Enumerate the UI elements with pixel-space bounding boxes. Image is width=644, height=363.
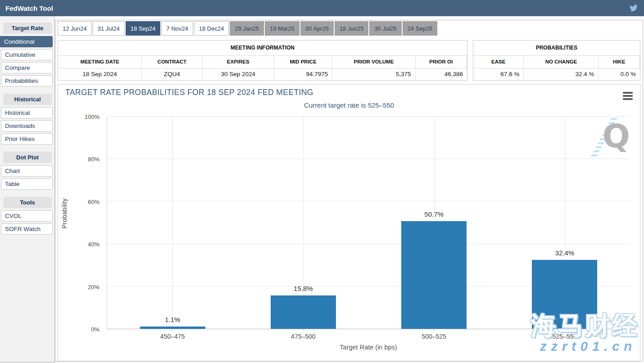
sidebar-item-downloads[interactable]: Downloads [1,120,53,132]
tab-29-jan25[interactable]: 29 Jan25 [230,21,264,36]
x-tick-label-500-525: 500–525 [369,333,499,340]
tab-7-nov24[interactable]: 7 Nov24 [161,21,193,36]
y-tick-label-80: 80% [88,156,100,163]
sidebar: Target RateConditionalCumulativeCompareP… [0,16,55,362]
y-tick-label-0: 0% [91,326,100,333]
x-tick-label-475-500: 475–500 [238,333,368,340]
category-slot-525-550: 32.4%525–550 [499,117,630,329]
sidebar-item-compare[interactable]: Compare [1,62,53,73]
sidebar-section-title-tools: Tools [3,197,52,208]
meeting-value-contract: ZQU4 [142,68,202,80]
x-tick-label-450-475: 450–475 [107,333,238,340]
tab-18-dec24[interactable]: 18 Dec24 [194,21,229,36]
y-tick-label-20: 20% [88,283,100,290]
prob-value-ease: 67.6 % [473,68,524,80]
x-tick-475-500 [303,329,304,331]
bar-value-label-450-475: 1.1% [107,316,238,323]
prob-header-hike: HIKE [599,56,640,68]
category-slot-475-500: 15.8%475–500 [238,117,368,329]
meeting-date-tabs: 12 Jun2431 Jul2418 Sep247 Nov2418 Dec242… [55,20,643,37]
sidebar-item-probabilities[interactable]: Probabilities [1,75,53,86]
gridline-x-450-475 [172,117,173,329]
y-tick-label-40: 40% [88,241,100,248]
chart-menu-icon[interactable] [623,92,633,100]
bar-value-label-500-525: 50.7% [369,210,499,218]
y-axis-tick-labels: 0%20%40%60%80%100% [58,117,103,329]
sidebar-item-sofr-watch[interactable]: SOFR Watch [1,223,53,235]
chart-subtitle: Current target rate is 525–550 [58,101,640,109]
meeting-header-prior-volume: PRIOR VOLUME [332,56,415,68]
x-tick-450-475 [172,329,173,331]
bar-475-500[interactable] [271,295,336,329]
sidebar-item-historical[interactable]: Historical [1,107,53,118]
probabilities-title: PROBABILITIES [473,41,640,56]
meeting-header-contract: CONTRACT [142,56,202,68]
tab-19-mar25[interactable]: 19 Mar25 [265,21,299,36]
tab-31-jul24[interactable]: 31 Jul24 [93,21,125,36]
chart-title: TARGET RATE PROBABILITIES FOR 18 SEP 202… [65,88,313,97]
plot-area: 1.1%450–47515.8%475–50050.7%500–52532.4%… [107,117,630,329]
bar-value-label-525-550: 32.4% [499,249,630,257]
meeting-header-prior-oi: PRIOR OI [416,56,467,68]
watermark-site-name: 海马财经 [531,309,639,343]
sidebar-section-title-historical: Historical [3,94,52,105]
sidebar-item-table[interactable]: Table [1,178,53,190]
watermark-site-url: zzrt01.cn [540,339,636,354]
meeting-header-mid-price: MID PRICE [274,56,332,68]
category-slot-450-475: 1.1%450–475 [107,117,238,329]
prob-header-ease: EASE [473,56,524,68]
sidebar-item-cumulative[interactable]: Cumulative [1,49,53,60]
tab-30-apr25[interactable]: 30 Apr25 [300,21,334,36]
summary-tables: MEETING INFORMATION MEETING DATECONTRACT… [58,40,640,81]
content-panel: 12 Jun2431 Jul2418 Sep247 Nov2418 Dec242… [55,20,643,362]
tab-12-jun24[interactable]: 12 Jun24 [58,21,92,36]
tab-18-jun25[interactable]: 18 Jun25 [335,21,369,36]
meeting-value-expires: 30 Sep 2024 [203,68,274,80]
x-tick-500-525 [434,329,435,331]
meeting-value-mid-price: 94.7975 [274,68,332,80]
bar-500-525[interactable] [401,221,467,329]
sidebar-section-title-dot-plot: Dot Plot [3,152,52,163]
prob-header-no-change: NO CHANGE [524,56,599,68]
tab-24-sep25[interactable]: 24 Sep25 [403,21,438,36]
app-title: FedWatch Tool [5,5,53,12]
sidebar-item-prior-hikes[interactable]: Prior Hikes [1,133,53,145]
y-tick-label-100: 100% [85,113,100,120]
probabilities-grid: EASENO CHANGEHIKE67.6 %32.4 %0.0 % [473,56,640,80]
meeting-value-meeting-date: 18 Sep 2024 [58,68,142,80]
sidebar-item-cvol[interactable]: CVOL [1,210,53,222]
meeting-info-grid: MEETING DATECONTRACTEXPIRESMID PRICEPRIO… [58,56,467,80]
twitter-icon[interactable] [629,4,639,12]
app-header: FedWatch Tool [0,0,644,16]
chart-panel: TARGET RATE PROBABILITIES FOR 18 SEP 202… [58,84,640,361]
sidebar-item-chart[interactable]: Chart [1,165,53,177]
category-slot-500-525: 50.7%500–525 [369,117,499,329]
meeting-value-prior-oi: 46,386 [416,68,467,80]
meeting-info-table: MEETING INFORMATION MEETING DATECONTRACT… [58,40,467,81]
tab-18-sep24[interactable]: 18 Sep24 [126,21,161,36]
sidebar-section-title-target-rate: Target Rate [3,23,52,34]
tab-30-jul25[interactable]: 30 Jul25 [369,21,401,36]
main-area: 12 Jun2431 Jul2418 Sep247 Nov2418 Dec242… [55,16,644,363]
prob-value-no-change: 32.4 % [524,68,599,80]
prob-value-hike: 0.0 % [599,68,640,80]
meeting-value-prior-volume: 5,375 [332,68,415,80]
bar-value-label-475-500: 15.8% [238,285,368,292]
y-tick-label-60: 60% [88,198,100,205]
meeting-info-title: MEETING INFORMATION [58,41,467,56]
sidebar-item-conditional[interactable]: Conditional [0,36,53,47]
meeting-header-expires: EXPIRES [203,56,274,68]
probabilities-table: PROBABILITIES EASENO CHANGEHIKE67.6 %32.… [473,40,640,81]
bar-450-475[interactable] [140,327,205,329]
meeting-header-meeting-date: MEETING DATE [58,56,142,68]
